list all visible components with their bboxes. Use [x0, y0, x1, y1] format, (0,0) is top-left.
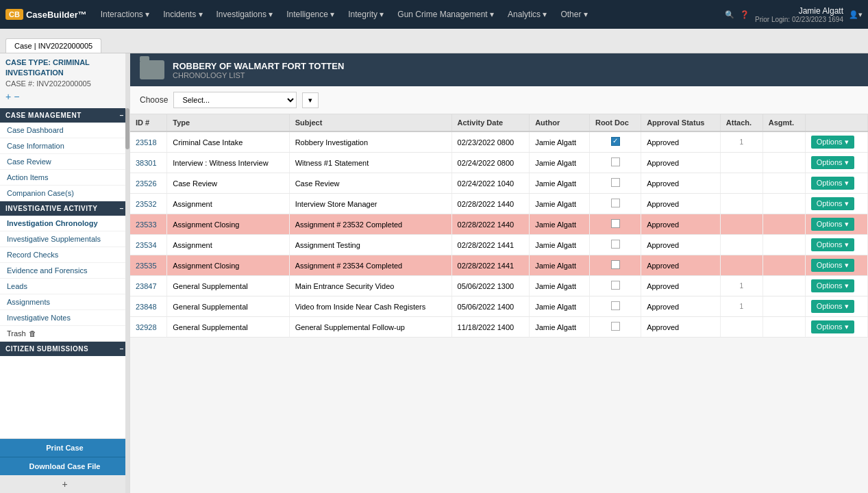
nav-investigations[interactable]: Investigations ▾	[211, 7, 279, 22]
nav-integrity[interactable]: Integrity ▾	[343, 7, 389, 22]
search-icon[interactable]: 🔍	[725, 10, 734, 19]
options-button[interactable]: Options	[811, 156, 854, 169]
options-button[interactable]: Options	[811, 136, 854, 149]
sidebar-item-leads[interactable]: Leads	[0, 279, 129, 294]
row-id-link[interactable]: 23847	[136, 282, 157, 290]
cell-id[interactable]: 38301	[130, 153, 167, 173]
cell-id[interactable]: 23847	[130, 276, 167, 296]
cell-root-doc[interactable]	[589, 317, 641, 338]
cell-options[interactable]: Options	[805, 296, 867, 317]
row-id-link[interactable]: 23526	[136, 179, 157, 188]
cell-root-doc[interactable]	[589, 214, 641, 235]
sidebar-scrollbar[interactable]	[125, 53, 129, 493]
cell-root-doc[interactable]	[589, 255, 641, 276]
cell-id[interactable]: 32928	[130, 317, 167, 338]
cell-approval-status: Approved	[641, 214, 721, 235]
sidebar-item-trash[interactable]: Trash 🗑	[0, 326, 129, 342]
cell-options[interactable]: Options	[805, 255, 867, 276]
cell-root-doc[interactable]	[589, 296, 641, 317]
cell-id[interactable]: 23848	[130, 296, 167, 317]
sidebar-minus-icon[interactable]: −	[14, 90, 19, 104]
download-case-button[interactable]: Download Case File	[0, 457, 129, 475]
options-button[interactable]: Options	[811, 238, 854, 251]
root-doc-unchecked[interactable]	[611, 240, 620, 249]
row-id-link[interactable]: 23535	[136, 262, 157, 270]
row-id-link[interactable]: 23533	[136, 220, 157, 229]
root-doc-unchecked[interactable]	[611, 322, 620, 331]
cell-root-doc[interactable]	[589, 235, 641, 255]
row-id-link[interactable]: 32928	[136, 323, 157, 331]
table-container[interactable]: ID # Type Subject Activity Date Author R…	[130, 114, 868, 338]
cell-id[interactable]: 23526	[130, 173, 167, 194]
sidebar-plus-icon[interactable]: +	[5, 90, 11, 104]
root-doc-unchecked[interactable]	[611, 157, 620, 166]
case-tab[interactable]: Case | INV2022000005	[5, 38, 101, 53]
sidebar-item-case-review[interactable]: Case Review	[0, 154, 129, 170]
print-case-button[interactable]: Print Case	[0, 439, 129, 457]
cell-options[interactable]: Options	[805, 276, 867, 296]
options-button[interactable]: Options	[811, 197, 854, 210]
help-icon[interactable]: ❓	[740, 10, 749, 19]
cell-root-doc[interactable]	[589, 153, 641, 173]
options-button[interactable]: Options	[811, 279, 854, 292]
row-id-link[interactable]: 23534	[136, 241, 157, 249]
cell-id[interactable]: 23532	[130, 194, 167, 214]
options-button[interactable]: Options	[811, 177, 854, 190]
cell-options[interactable]: Options	[805, 153, 867, 173]
sidebar-item-record-checks[interactable]: Record Checks	[0, 247, 129, 263]
cell-root-doc[interactable]	[589, 194, 641, 214]
cell-id[interactable]: 23534	[130, 235, 167, 255]
nav-intelligence[interactable]: Intelligence ▾	[281, 7, 340, 22]
row-id-link[interactable]: 23518	[136, 138, 157, 147]
sidebar-item-inv-notes[interactable]: Investigative Notes	[0, 310, 129, 326]
root-doc-unchecked[interactable]	[611, 301, 620, 310]
cell-options[interactable]: Options	[805, 214, 867, 235]
nav-incidents[interactable]: Incidents ▾	[158, 7, 208, 22]
root-doc-unchecked[interactable]	[611, 260, 620, 269]
user-icon[interactable]: 👤▾	[849, 10, 863, 19]
options-button[interactable]: Options	[811, 218, 854, 231]
cell-root-doc[interactable]	[589, 173, 641, 194]
section-inv-collapse-icon[interactable]: −	[120, 205, 124, 212]
cell-options[interactable]: Options	[805, 194, 867, 214]
sidebar-item-companion-cases[interactable]: Companion Case(s)	[0, 186, 129, 201]
sidebar-item-evidence-forensics[interactable]: Evidence and Forensics	[0, 263, 129, 279]
options-button[interactable]: Options	[811, 259, 854, 272]
sidebar-item-inv-chronology[interactable]: Investigation Chronology	[0, 216, 129, 231]
choose-select[interactable]: Select...	[173, 92, 297, 108]
cell-id[interactable]: 23518	[130, 131, 167, 153]
section-collapse-icon[interactable]: −	[120, 112, 124, 119]
cell-options[interactable]: Options	[805, 131, 867, 153]
cell-id[interactable]: 23533	[130, 214, 167, 235]
sidebar-item-assignments[interactable]: Assignments	[0, 294, 129, 310]
sidebar-item-action-items[interactable]: Action Items	[0, 170, 129, 186]
nav-interactions[interactable]: Interactions ▾	[95, 7, 155, 22]
root-doc-unchecked[interactable]	[611, 281, 620, 290]
cell-options[interactable]: Options	[805, 173, 867, 194]
options-button[interactable]: Options	[811, 320, 854, 333]
cell-root-doc[interactable]	[589, 276, 641, 296]
root-doc-unchecked[interactable]	[611, 178, 620, 187]
sidebar-item-inv-supplementals[interactable]: Investigative Supplementals	[0, 231, 129, 247]
sidebar-item-case-information[interactable]: Case Information	[0, 138, 129, 154]
root-doc-unchecked[interactable]	[611, 199, 620, 207]
cell-id[interactable]: 23535	[130, 255, 167, 276]
nav-analytics[interactable]: Analytics ▾	[502, 7, 552, 22]
row-id-link[interactable]: 23532	[136, 200, 157, 208]
root-doc-unchecked[interactable]	[611, 219, 620, 228]
row-id-link[interactable]: 23848	[136, 303, 157, 311]
row-id-link[interactable]: 38301	[136, 159, 157, 167]
scrollbar-thumb[interactable]	[125, 108, 129, 149]
cell-options[interactable]: Options	[805, 317, 867, 338]
choose-dropdown-btn[interactable]: ▾	[302, 92, 319, 108]
nav-gun-crime[interactable]: Gun Crime Management ▾	[392, 7, 499, 22]
sidebar-item-case-dashboard[interactable]: Case Dashboard	[0, 123, 129, 138]
cell-root-doc[interactable]	[589, 131, 641, 153]
section-citizen-collapse-icon[interactable]: −	[120, 345, 124, 353]
root-doc-checked[interactable]	[611, 137, 620, 146]
options-button[interactable]: Options	[811, 300, 854, 313]
sidebar-add-button[interactable]: +	[0, 475, 129, 493]
cell-author: Jamie Algatt	[530, 296, 590, 317]
cell-options[interactable]: Options	[805, 235, 867, 255]
nav-other[interactable]: Other ▾	[555, 7, 593, 22]
